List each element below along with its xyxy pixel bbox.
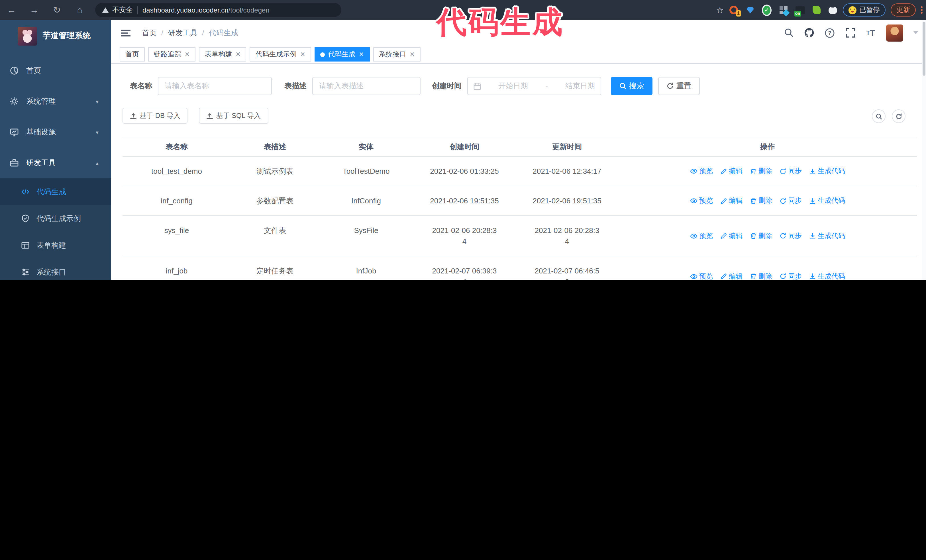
tab-系统接口[interactable]: 系统接口✕: [373, 47, 421, 62]
font-size-icon[interactable]: TT: [865, 28, 876, 38]
app-logo[interactable]: 芋道管理系统: [0, 20, 111, 52]
browser-reload-icon[interactable]: ↻: [50, 0, 64, 20]
bookmark-star-icon[interactable]: ☆: [716, 5, 724, 15]
column-header-操作: 操作: [618, 137, 917, 156]
white-pet-extension-icon[interactable]: [828, 5, 838, 15]
toggle-search-button[interactable]: [872, 109, 885, 123]
address-bar[interactable]: 不安全 dashboard.yudao.iocoder.cn/tool/code…: [95, 3, 341, 17]
sidebar-item-研发工具[interactable]: 研发工具▴: [0, 148, 111, 178]
submenu-item-代码生成[interactable]: 代码生成: [0, 178, 111, 205]
refresh-table-button[interactable]: [892, 109, 905, 123]
svg-text:?: ?: [828, 30, 831, 36]
avatar[interactable]: [886, 24, 903, 41]
chevron-up-icon: ▴: [96, 160, 98, 166]
db-import-button[interactable]: 基于 DB 导入: [123, 108, 188, 124]
tab-表单构建[interactable]: 表单构建✕: [199, 47, 246, 62]
sidebar-toggle-icon[interactable]: [121, 29, 130, 36]
paused-badge[interactable]: 已暂停: [843, 3, 885, 17]
avatar-caret-icon[interactable]: [914, 31, 918, 34]
tab-close-icon[interactable]: ✕: [235, 51, 241, 58]
preview-link[interactable]: 预览: [690, 166, 713, 177]
range-separator: -: [545, 82, 548, 90]
tab-close-icon[interactable]: ✕: [300, 51, 305, 58]
table-desc-input[interactable]: 请输入表描述: [312, 77, 421, 95]
delete-link[interactable]: 删除: [750, 166, 772, 177]
breadcrumb-item[interactable]: 首页: [142, 28, 157, 38]
sync-link[interactable]: 同步: [779, 195, 802, 206]
orange-extension-icon[interactable]: 1: [729, 5, 738, 15]
edit-link[interactable]: 编辑: [720, 166, 743, 177]
sql-import-button[interactable]: 基于 SQL 导入: [199, 108, 268, 124]
submenu-item-系统接口[interactable]: 系统接口: [0, 259, 111, 280]
github-icon[interactable]: [804, 28, 814, 38]
submenu-item-表单构建[interactable]: 表单构建: [0, 232, 111, 259]
insecure-warning-icon: [102, 7, 109, 13]
edit-icon: [720, 168, 727, 175]
chevron-down-icon: ▾: [96, 98, 98, 104]
preview-link[interactable]: 预览: [690, 231, 713, 241]
main-content: 表名称 请输入表名称 表描述 请输入表描述 创建时间 开始日期 - 结束日期 搜…: [111, 64, 926, 280]
tab-链路追踪[interactable]: 链路追踪✕: [148, 47, 195, 62]
cell-actions: 预览编辑删除同步生成代码: [618, 157, 917, 186]
toolbox-icon: [9, 158, 19, 168]
cell-entity: SysFile: [319, 216, 413, 256]
browser-home-icon[interactable]: ⌂: [73, 0, 86, 20]
table-name-input[interactable]: 请输入表名称: [158, 77, 272, 95]
sidebar-item-基础设施[interactable]: 基础设施▾: [0, 117, 111, 148]
breadcrumb-item[interactable]: 研发工具: [168, 28, 197, 38]
tab-首页[interactable]: 首页: [120, 47, 145, 62]
dashboard-icon: [9, 66, 19, 75]
reset-button[interactable]: 重置: [658, 77, 700, 95]
sliders-icon: [21, 268, 30, 276]
browser-back-icon[interactable]: ←: [5, 0, 18, 20]
tab-代码生成示例[interactable]: 代码生成示例✕: [250, 47, 311, 62]
preview-link[interactable]: 预览: [690, 195, 713, 206]
submenu-item-代码生成示例[interactable]: 代码生成示例: [0, 205, 111, 232]
delete-link[interactable]: 删除: [750, 271, 772, 280]
generate-code-link[interactable]: 生成代码: [809, 166, 845, 177]
generate-code-link[interactable]: 生成代码: [809, 271, 845, 280]
generate-code-link[interactable]: 生成代码: [809, 195, 845, 206]
delete-icon: [750, 198, 757, 204]
tab-close-icon[interactable]: ✕: [359, 51, 364, 58]
reset-refresh-icon: [667, 83, 673, 89]
generate-code-link[interactable]: 生成代码: [809, 231, 845, 241]
preview-icon: [690, 273, 698, 280]
sidebar-item-首页[interactable]: 首页: [0, 55, 111, 86]
search-button[interactable]: 搜索: [611, 77, 652, 95]
browser-forward-icon[interactable]: →: [27, 0, 41, 20]
delete-link[interactable]: 删除: [750, 231, 772, 241]
delete-link[interactable]: 删除: [750, 195, 772, 206]
app-title: 芋道管理系统: [43, 31, 91, 41]
scrollbar-thumb[interactable]: [923, 22, 925, 76]
update-button[interactable]: 更新: [891, 3, 916, 17]
paused-label: 已暂停: [859, 5, 880, 15]
browser-menu-icon[interactable]: [921, 6, 923, 14]
dark-extension-icon[interactable]: on: [795, 5, 805, 15]
tags-view-bar: 首页链路追踪✕表单构建✕代码生成示例✕代码生成✕系统接口✕: [111, 45, 926, 64]
green-check-extension-icon[interactable]: ✓: [762, 5, 772, 15]
date-range-input[interactable]: 开始日期 - 结束日期: [467, 77, 601, 95]
tab-close-icon[interactable]: ✕: [185, 51, 190, 58]
preview-link[interactable]: 预览: [690, 271, 713, 280]
url-host: dashboard.yudao.iocoder.cn: [142, 6, 228, 14]
help-icon[interactable]: ?: [825, 28, 835, 38]
table-header-row: 表名称表描述实体创建时间更新时间操作: [123, 137, 917, 157]
table-name-label: 表名称: [130, 81, 152, 91]
tab-代码生成[interactable]: 代码生成✕: [314, 47, 369, 62]
sync-link[interactable]: 同步: [779, 166, 802, 177]
sync-link[interactable]: 同步: [779, 271, 802, 280]
column-header-创建时间: 创建时间: [413, 137, 516, 156]
edit-link[interactable]: 编辑: [720, 195, 743, 206]
green-plugin-extension-icon[interactable]: [811, 5, 821, 15]
sync-link[interactable]: 同步: [779, 231, 802, 241]
edit-link[interactable]: 编辑: [720, 231, 743, 241]
page-scrollbar[interactable]: [922, 20, 926, 280]
sidebar-item-系统管理[interactable]: 系统管理▾: [0, 86, 111, 117]
tab-close-icon[interactable]: ✕: [410, 51, 415, 58]
search-icon[interactable]: [784, 28, 794, 38]
blue-gem-extension-icon[interactable]: [745, 5, 755, 15]
grid-diamond-extension-icon[interactable]: [778, 5, 788, 15]
edit-link[interactable]: 编辑: [720, 271, 743, 280]
fullscreen-icon[interactable]: [845, 28, 855, 38]
